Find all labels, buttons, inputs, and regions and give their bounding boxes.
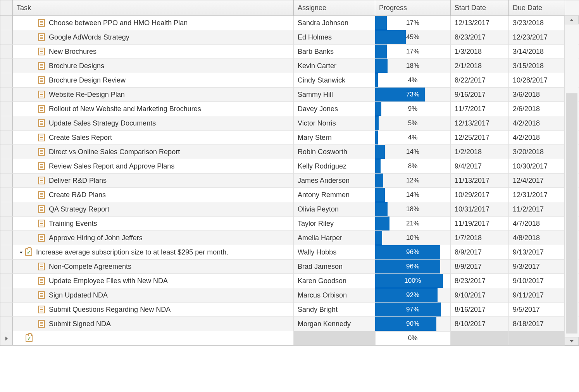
assignee-cell[interactable]: Davey Jones [294, 102, 375, 116]
table-row[interactable]: Training EventsTaylor Riley21%11/19/2017… [0, 217, 579, 231]
task-cell[interactable]: Rollout of New Website and Marketing Bro… [13, 102, 294, 116]
task-cell[interactable]: Update Sales Strategy Documents [13, 116, 294, 130]
task-cell[interactable]: Review Sales Report and Approve Plans [13, 159, 294, 173]
due-date-cell[interactable]: 12/31/2017 [509, 188, 565, 202]
assignee-cell[interactable]: James Anderson [294, 174, 375, 187]
due-date-cell[interactable]: 10/28/2017 [509, 73, 565, 87]
scroll-down-button[interactable] [565, 337, 579, 346]
due-date-cell[interactable]: 9/5/2017 [509, 303, 565, 316]
progress-cell[interactable]: 4% [375, 131, 451, 144]
task-cell[interactable]: Google AdWords Strategy [13, 30, 294, 44]
header-due-date[interactable]: Due Date [509, 0, 565, 15]
start-date-cell[interactable]: 10/29/2017 [451, 188, 509, 202]
progress-cell[interactable]: 17% [375, 45, 451, 58]
progress-cell[interactable]: 4% [375, 73, 451, 87]
start-date-cell[interactable]: 12/13/2017 [451, 116, 509, 130]
progress-cell[interactable]: 45% [375, 30, 451, 44]
task-cell[interactable]: Training Events [13, 217, 294, 230]
due-date-cell[interactable]: 4/7/2018 [509, 217, 565, 230]
new-item-row[interactable]: 0% [0, 331, 579, 346]
assignee-cell[interactable]: Sandra Johnson [294, 16, 375, 30]
task-cell[interactable]: Direct vs Online Sales Comparison Report [13, 145, 294, 159]
assignee-cell[interactable]: Brad Jameson [294, 260, 375, 273]
start-date-cell[interactable]: 1/2/2018 [451, 145, 509, 159]
due-date-cell[interactable]: 4/8/2018 [509, 231, 565, 245]
progress-cell[interactable]: 12% [375, 174, 451, 187]
expand-toggle-icon[interactable] [18, 251, 24, 254]
task-cell[interactable]: Submit Questions Regarding New NDA [13, 303, 294, 316]
new-start-date-cell[interactable] [451, 331, 509, 345]
assignee-cell[interactable]: Kelly Rodriguez [294, 159, 375, 173]
task-cell[interactable]: Non-Compete Agreements [13, 260, 294, 273]
start-date-cell[interactable]: 8/16/2017 [451, 303, 509, 316]
scroll-thumb[interactable] [566, 93, 577, 334]
task-cell[interactable]: Increase average subscription size to at… [13, 245, 294, 259]
due-date-cell[interactable]: 12/4/2017 [509, 174, 565, 187]
new-progress-cell[interactable]: 0% [375, 331, 451, 345]
assignee-cell[interactable]: Victor Norris [294, 116, 375, 130]
task-cell[interactable]: QA Strategy Report [13, 202, 294, 216]
assignee-cell[interactable]: Wally Hobbs [294, 245, 375, 259]
due-date-cell[interactable]: 11/2/2017 [509, 202, 565, 216]
task-cell[interactable]: Create R&D Plans [13, 188, 294, 202]
task-cell[interactable]: Create Sales Report [13, 131, 294, 144]
due-date-cell[interactable]: 3/15/2018 [509, 59, 565, 73]
progress-cell[interactable]: 5% [375, 116, 451, 130]
progress-cell[interactable]: 14% [375, 188, 451, 202]
table-row[interactable]: QA Strategy ReportOlivia Peyton18%10/31/… [0, 202, 579, 217]
new-task-cell[interactable] [13, 331, 294, 345]
table-row[interactable]: Update Employee Files with New NDAKaren … [0, 274, 579, 288]
table-row[interactable]: Review Sales Report and Approve PlansKel… [0, 159, 579, 174]
due-date-cell[interactable]: 8/18/2017 [509, 317, 565, 331]
start-date-cell[interactable]: 8/9/2017 [451, 245, 509, 259]
header-progress[interactable]: Progress [375, 0, 451, 15]
due-date-cell[interactable]: 9/3/2017 [509, 260, 565, 273]
table-row[interactable]: Submit Signed NDAMorgan Kennedy90%8/10/2… [0, 317, 579, 331]
start-date-cell[interactable]: 8/23/2017 [451, 30, 509, 44]
due-date-cell[interactable]: 3/20/2018 [509, 145, 565, 159]
start-date-cell[interactable]: 12/13/2017 [451, 16, 509, 30]
assignee-cell[interactable]: Kevin Carter [294, 59, 375, 73]
due-date-cell[interactable]: 3/6/2018 [509, 88, 565, 101]
due-date-cell[interactable]: 10/30/2017 [509, 159, 565, 173]
table-row[interactable]: Direct vs Online Sales Comparison Report… [0, 145, 579, 159]
table-row[interactable]: Create Sales ReportMary Stern4%12/25/201… [0, 131, 579, 145]
table-row[interactable]: Approve Hiring of John JeffersAmelia Har… [0, 231, 579, 245]
task-cell[interactable]: Deliver R&D Plans [13, 174, 294, 187]
header-task[interactable]: Task [13, 0, 294, 15]
assignee-cell[interactable]: Robin Cosworth [294, 145, 375, 159]
assignee-cell[interactable]: Sandy Bright [294, 303, 375, 316]
assignee-cell[interactable]: Marcus Orbison [294, 288, 375, 302]
progress-cell[interactable]: 96% [375, 260, 451, 273]
progress-cell[interactable]: 9% [375, 102, 451, 116]
due-date-cell[interactable]: 9/13/2017 [509, 245, 565, 259]
table-row[interactable]: New BrochuresBarb Banks17%1/3/20183/14/2… [0, 45, 579, 59]
task-cell[interactable]: Brochure Designs [13, 59, 294, 73]
task-cell[interactable]: New Brochures [13, 45, 294, 58]
progress-cell[interactable]: 100% [375, 274, 451, 288]
table-row[interactable]: Update Sales Strategy DocumentsVictor No… [0, 116, 579, 131]
progress-cell[interactable]: 14% [375, 145, 451, 159]
progress-cell[interactable]: 18% [375, 59, 451, 73]
due-date-cell[interactable]: 12/23/2017 [509, 30, 565, 44]
assignee-cell[interactable]: Morgan Kennedy [294, 317, 375, 331]
start-date-cell[interactable]: 8/9/2017 [451, 260, 509, 273]
start-date-cell[interactable]: 9/4/2017 [451, 159, 509, 173]
assignee-cell[interactable]: Barb Banks [294, 45, 375, 58]
table-row[interactable]: Brochure DesignsKevin Carter18%2/1/20183… [0, 59, 579, 73]
header-assignee[interactable]: Assignee [294, 0, 375, 15]
due-date-cell[interactable]: 9/10/2017 [509, 274, 565, 288]
start-date-cell[interactable]: 11/19/2017 [451, 217, 509, 230]
due-date-cell[interactable]: 4/2/2018 [509, 131, 565, 144]
start-date-cell[interactable]: 2/1/2018 [451, 59, 509, 73]
start-date-cell[interactable]: 1/3/2018 [451, 45, 509, 58]
table-row[interactable]: Sign Updated NDAMarcus Orbison92%9/10/20… [0, 288, 579, 303]
vertical-scrollbar[interactable] [564, 16, 579, 346]
table-row[interactable]: Brochure Design ReviewCindy Stanwick4%8/… [0, 73, 579, 88]
table-row[interactable]: Choose between PPO and HMO Health PlanSa… [0, 16, 579, 30]
assignee-cell[interactable]: Mary Stern [294, 131, 375, 144]
start-date-cell[interactable]: 8/22/2017 [451, 73, 509, 87]
task-cell[interactable]: Website Re-Design Plan [13, 88, 294, 101]
task-cell[interactable]: Submit Signed NDA [13, 317, 294, 331]
assignee-cell[interactable]: Olivia Peyton [294, 202, 375, 216]
